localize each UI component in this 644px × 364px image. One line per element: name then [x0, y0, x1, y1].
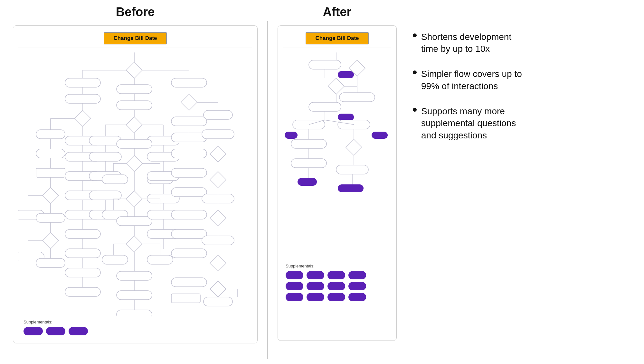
svg-rect-191 — [338, 184, 364, 192]
svg-rect-54 — [171, 149, 207, 158]
svg-rect-23 — [171, 117, 207, 126]
svg-rect-102 — [36, 213, 65, 222]
after-supp-7 — [327, 282, 345, 290]
svg-marker-74 — [210, 172, 226, 188]
before-section: Before Change Bill Date .fc-line { strok… — [13, 5, 258, 343]
before-supp-pill-2 — [46, 327, 65, 335]
svg-rect-70 — [102, 175, 128, 184]
svg-rect-163 — [338, 71, 354, 78]
bullet-text-0: Shortens development time by up to 10x — [421, 31, 531, 55]
svg-rect-159 — [117, 310, 152, 316]
bullet-dot-2 — [413, 108, 417, 112]
svg-marker-166 — [328, 78, 344, 94]
svg-rect-137 — [102, 255, 128, 264]
svg-rect-145 — [117, 271, 152, 280]
svg-rect-135 — [36, 258, 65, 267]
before-flow-header: Change Bill Date — [18, 32, 252, 48]
after-supp-2 — [307, 271, 324, 279]
svg-marker-22 — [126, 117, 142, 133]
after-badge: Change Bill Date — [306, 32, 368, 44]
section-divider — [267, 21, 268, 359]
after-diagram-box: Change Bill Date .fc-line { stroke: #c0c… — [278, 25, 397, 341]
svg-marker-52 — [126, 155, 142, 172]
svg-marker-118 — [126, 236, 142, 252]
after-title: After — [323, 5, 352, 19]
svg-rect-136 — [65, 249, 100, 258]
bullet-text-1: Simpler flow covers up to 99% of interac… — [421, 68, 531, 92]
svg-marker-81 — [43, 188, 59, 204]
after-supp-11 — [327, 293, 345, 301]
after-supp-6 — [307, 282, 324, 290]
svg-marker-147 — [210, 281, 226, 297]
svg-marker-21 — [75, 110, 91, 126]
after-flow-header: Change Bill Date — [283, 32, 391, 48]
after-supp-3 — [327, 271, 345, 279]
svg-marker-1 — [126, 62, 142, 78]
svg-rect-170 — [339, 93, 375, 102]
bullet-dot-0 — [413, 33, 417, 37]
bullet-text-2: Supports many more supplemental question… — [421, 105, 531, 142]
svg-rect-178 — [285, 132, 298, 139]
svg-marker-109 — [210, 210, 226, 226]
svg-rect-7 — [65, 78, 100, 87]
after-supplementals-label: Supplementals: — [286, 264, 391, 268]
main-container: Before Change Bill Date .fc-line { strok… — [0, 0, 644, 364]
svg-rect-86 — [171, 188, 207, 197]
svg-marker-140 — [210, 255, 226, 271]
svg-rect-41 — [202, 130, 234, 139]
after-supp-12 — [348, 293, 366, 301]
svg-marker-15 — [181, 94, 197, 110]
svg-rect-155 — [117, 291, 152, 300]
svg-rect-173 — [338, 114, 354, 121]
after-supp-8 — [348, 282, 366, 290]
svg-rect-186 — [291, 159, 327, 168]
bullet-item-1: Simpler flow covers up to 99% of interac… — [413, 68, 631, 92]
svg-rect-39 — [117, 139, 152, 148]
svg-rect-117 — [65, 229, 100, 238]
after-supp-row-2 — [286, 282, 391, 290]
before-diagram-box: Change Bill Date .fc-line { stroke: #c0c… — [13, 25, 258, 343]
svg-rect-49 — [36, 149, 65, 158]
after-supp-row-3 — [286, 293, 391, 301]
svg-marker-116 — [43, 233, 59, 249]
svg-rect-138 — [147, 255, 173, 264]
svg-rect-51 — [89, 152, 121, 161]
svg-rect-83 — [89, 191, 121, 200]
svg-rect-146 — [171, 278, 207, 287]
svg-rect-73 — [171, 168, 207, 177]
before-title: Before — [116, 5, 155, 19]
svg-marker-182 — [346, 139, 362, 155]
before-supplementals-label: Supplementals: — [24, 320, 252, 324]
svg-rect-13 — [65, 94, 100, 103]
svg-rect-139 — [171, 249, 207, 258]
svg-rect-14 — [117, 101, 152, 110]
svg-rect-161 — [309, 60, 341, 69]
svg-rect-183 — [291, 139, 327, 148]
svg-rect-190 — [298, 178, 317, 186]
after-supp-row-1 — [286, 271, 391, 279]
before-supp-pill-3 — [69, 327, 88, 335]
svg-rect-144 — [65, 268, 100, 277]
svg-rect-157 — [204, 297, 232, 306]
svg-rect-156 — [171, 294, 200, 303]
bullet-item-2: Supports many more supplemental question… — [413, 105, 631, 142]
svg-rect-67 — [36, 168, 65, 177]
svg-marker-55 — [210, 146, 226, 162]
svg-rect-108 — [171, 210, 207, 219]
svg-rect-40 — [171, 133, 207, 142]
svg-rect-154 — [65, 287, 100, 296]
after-supp-5 — [286, 282, 303, 290]
after-supp-4 — [348, 271, 366, 279]
after-supp-10 — [307, 293, 324, 301]
after-supp-9 — [286, 293, 303, 301]
after-supp-1 — [286, 271, 303, 279]
before-supp-pill-1 — [24, 327, 43, 335]
svg-marker-84 — [126, 191, 142, 207]
svg-rect-187 — [336, 165, 368, 174]
bullet-dot-1 — [413, 70, 417, 74]
bullets-section: Shortens development time by up to 10x S… — [397, 5, 631, 142]
before-flowchart: .fc-line { stroke: #c0c0d0; stroke-width… — [18, 52, 250, 316]
after-flowchart: .fc-line { stroke: #c0c0d0; stroke-width… — [283, 52, 389, 258]
after-supp-grid — [286, 271, 391, 301]
svg-rect-8 — [117, 85, 152, 94]
